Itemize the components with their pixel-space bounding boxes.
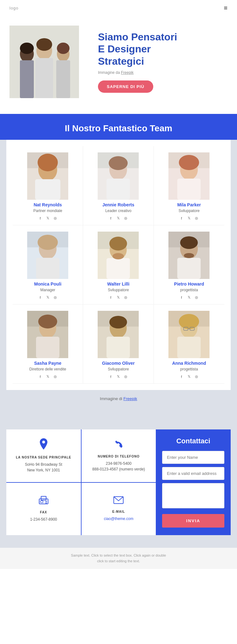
submit-button[interactable]: INVIA	[162, 514, 224, 528]
name-input[interactable]	[162, 451, 224, 464]
svg-point-9	[57, 43, 70, 54]
phone-label: NUMERO DI TELEFONO	[98, 455, 139, 458]
team-name-1: Jennie Roberts	[102, 202, 134, 207]
freepik-link-bottom[interactable]: Freepik	[124, 396, 137, 401]
instagram-icon[interactable]: ◎	[194, 216, 199, 220]
svg-point-7	[20, 43, 34, 54]
facebook-icon[interactable]: f	[108, 216, 113, 220]
email-link[interactable]: ciao@theme.com	[104, 517, 134, 521]
contact-section: LA NOSTRA SEDE PRINCIPALE SoHo 94 Broadw…	[0, 420, 237, 548]
svg-point-8	[36, 38, 52, 51]
team-card-anna-richmond: Anna Richmond progettista f 𝕏 ◎	[154, 304, 224, 384]
svg-rect-24	[177, 179, 201, 200]
contact-card-address: LA NOSTRA SEDE PRINCIPALE SoHo 94 Broadw…	[6, 429, 81, 482]
email-input[interactable]	[162, 467, 224, 480]
twitter-icon[interactable]: 𝕏	[186, 216, 191, 220]
facebook-icon[interactable]: f	[179, 375, 184, 379]
facebook-icon[interactable]: f	[38, 216, 43, 220]
svg-rect-56	[177, 337, 201, 358]
team-photo-anna	[168, 311, 210, 358]
svg-point-45	[38, 315, 57, 328]
instagram-icon[interactable]: ◎	[194, 375, 199, 379]
twitter-icon[interactable]: 𝕏	[45, 375, 50, 379]
twitter-icon[interactable]: 𝕏	[116, 375, 121, 379]
header: logo ≡	[0, 0, 237, 16]
address-label: LA NOSTRA SEDE PRINCIPALE	[16, 456, 71, 459]
hero-cta-button[interactable]: SAPERNE DI PIÙ	[98, 80, 153, 93]
team-role-1: Leader creativo	[105, 209, 131, 213]
fax-icon	[39, 496, 49, 507]
twitter-icon[interactable]: 𝕏	[186, 295, 191, 299]
twitter-icon[interactable]: 𝕏	[45, 295, 50, 299]
svg-point-28	[38, 235, 58, 250]
twitter-icon[interactable]: 𝕏	[45, 216, 50, 220]
message-textarea[interactable]	[162, 483, 224, 508]
team-name-3: Monica Pouli	[34, 281, 61, 287]
instagram-icon[interactable]: ◎	[123, 295, 128, 299]
instagram-icon[interactable]: ◎	[53, 295, 58, 299]
team-photo-mila	[168, 152, 210, 200]
svg-point-18	[109, 156, 128, 170]
team-name-4: Walter Lilli	[107, 281, 129, 287]
svg-point-63	[46, 501, 47, 502]
svg-rect-19	[106, 179, 130, 200]
instagram-icon[interactable]: ◎	[53, 375, 58, 379]
hero-section: Siamo Pensatori E Designer Strategici Im…	[0, 16, 237, 114]
phone-value: 234-9876-5400 888-0123-4567 (numero verd…	[92, 461, 145, 472]
contact-info-cards: LA NOSTRA SEDE PRINCIPALE SoHo 94 Broadw…	[6, 429, 156, 535]
svg-point-64	[46, 502, 47, 504]
facebook-icon[interactable]: f	[179, 216, 184, 220]
social-icons-2: f 𝕏 ◎	[179, 216, 199, 220]
hero-content: Siamo Pensatori E Designer Strategici Im…	[98, 31, 228, 93]
team-photo-sasha	[27, 311, 68, 358]
email-value: ciao@theme.com	[104, 516, 134, 522]
team-card-sasha-payne: Sasha Payne Direttore delle vendite f 𝕏 …	[13, 304, 83, 384]
team-section: Nat Reynolds Partner mondiale f 𝕏 ◎ Jenn…	[0, 140, 237, 420]
contact-card-email: E-MAIL ciao@theme.com	[82, 483, 156, 535]
team-photo-nat	[27, 152, 68, 200]
twitter-icon[interactable]: 𝕏	[116, 295, 121, 299]
contact-form-title: Contattaci	[162, 437, 224, 445]
team-name-8: Anna Richmond	[172, 361, 206, 366]
hero-image-credit: Immagine da Freepik	[98, 70, 228, 75]
contact-card-phone: NUMERO DI TELEFONO 234-9876-5400 888-012…	[82, 429, 156, 482]
team-role-0: Partner mondiale	[33, 209, 62, 213]
facebook-icon[interactable]: f	[38, 375, 43, 379]
contact-form: INVIA	[162, 451, 224, 528]
facebook-icon[interactable]: f	[179, 296, 184, 299]
facebook-icon[interactable]: f	[108, 296, 113, 299]
instagram-icon[interactable]: ◎	[194, 295, 199, 299]
facebook-icon[interactable]: f	[38, 296, 43, 299]
svg-point-35	[112, 253, 124, 259]
freepik-link[interactable]: Freepik	[121, 70, 134, 75]
instagram-icon[interactable]: ◎	[123, 375, 128, 379]
social-icons-0: f 𝕏 ◎	[38, 216, 58, 220]
hamburger-menu-icon[interactable]: ≡	[224, 4, 228, 12]
social-icons-6: f 𝕏 ◎	[38, 375, 58, 379]
team-photo-pietro	[168, 232, 210, 279]
svg-point-33	[109, 237, 127, 251]
fax-label: FAX	[40, 511, 47, 514]
svg-rect-61	[41, 496, 46, 500]
instagram-icon[interactable]: ◎	[53, 216, 58, 220]
team-role-5: progettista	[180, 288, 198, 292]
team-section-title: Il Nostro Fantastico Team	[6, 123, 231, 133]
facebook-icon[interactable]: f	[108, 375, 113, 379]
svg-rect-14	[35, 179, 60, 200]
twitter-icon[interactable]: 𝕏	[186, 375, 191, 379]
team-photo-monica	[27, 232, 68, 279]
hero-title: Siamo Pensatori E Designer Strategici	[98, 31, 228, 67]
twitter-icon[interactable]: 𝕏	[116, 216, 121, 220]
svg-point-41	[184, 253, 194, 258]
social-icons-5: f 𝕏 ◎	[179, 295, 199, 299]
svg-rect-6	[56, 60, 70, 98]
svg-point-39	[180, 236, 198, 249]
social-icons-1: f 𝕏 ◎	[108, 216, 128, 220]
svg-point-13	[38, 154, 58, 171]
instagram-icon[interactable]: ◎	[123, 216, 128, 220]
email-icon	[113, 496, 124, 506]
svg-rect-29	[36, 258, 59, 279]
team-card-pietro-howard: Pietro Howard progettista f 𝕏 ◎	[154, 225, 224, 304]
team-role-6: Direttore delle vendite	[29, 367, 66, 371]
team-card-jennie-roberts: Jennie Roberts Leader creativo f 𝕏 ◎	[83, 146, 154, 225]
